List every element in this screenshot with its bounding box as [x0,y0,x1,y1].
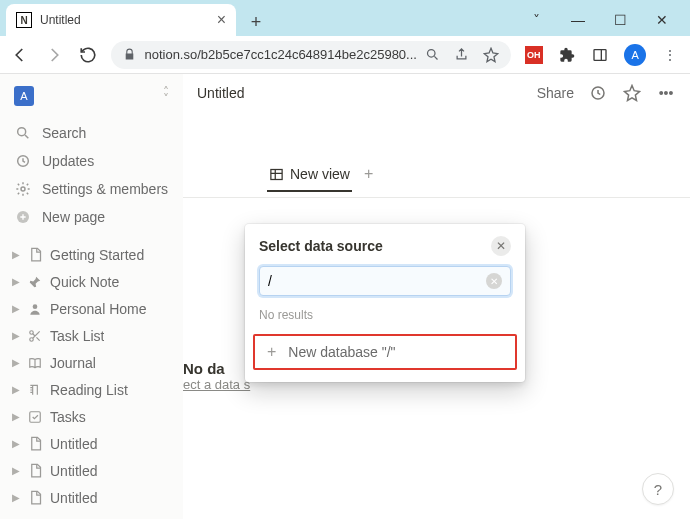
address-bar[interactable]: notion.so/b2b5ce7cc1c24c648914be2c25980.… [111,41,511,69]
book-icon [28,356,46,370]
minimize-button[interactable]: — [568,12,588,28]
search-input[interactable] [268,273,486,289]
database-tabs: New view + [267,162,690,192]
sidebar-settings[interactable]: Settings & members [4,175,179,202]
topbar: Untitled Share ••• [183,74,690,112]
side-panel-icon[interactable] [591,45,611,65]
document-icon [28,247,46,262]
chevron-right-icon[interactable]: ▶ [8,303,24,314]
reload-button[interactable] [78,45,98,65]
new-database-button[interactable]: + New database "/" [253,334,517,370]
search-in-page-icon[interactable] [425,47,440,62]
url-text: notion.so/b2b5ce7cc1c24c648914be2c25980.… [144,47,417,62]
check-icon [28,410,46,424]
no-results-text: No results [245,296,525,330]
star-icon[interactable] [622,84,642,102]
menu-icon[interactable]: ⋮ [660,45,680,65]
profile-avatar[interactable]: A [624,44,646,66]
chevron-right-icon[interactable]: ▶ [8,465,24,476]
svg-rect-1 [594,49,606,60]
breadcrumb[interactable]: Untitled [197,85,244,101]
sidebar-label: Search [42,125,86,141]
clear-input-icon[interactable]: ✕ [486,273,502,289]
page-label: Personal Home [50,301,147,317]
table-icon [269,167,284,182]
add-view-button[interactable]: + [364,165,373,189]
svg-point-2 [18,127,26,135]
page-label: Getting Started [50,247,144,263]
share-button[interactable]: Share [537,85,574,101]
scissors-icon [28,329,46,343]
chevron-right-icon[interactable]: ▶ [8,249,24,260]
sidebar-label: Settings & members [42,181,168,197]
chevron-updown-icon: ˄˅ [163,89,169,103]
close-window-button[interactable]: ✕ [652,12,672,28]
view-tab-new[interactable]: New view [267,162,352,192]
search-icon [14,125,32,141]
sidebar-label: New page [42,209,105,225]
help-button[interactable]: ? [642,473,674,505]
document-icon [28,436,46,451]
sidebar-page-item[interactable]: ▶Journal [4,349,179,376]
new-tab-button[interactable]: + [242,8,270,36]
main-content: Untitled Share ••• New view + No da ect … [183,74,690,519]
more-icon[interactable]: ••• [656,85,676,101]
popover-title: Select data source [259,238,383,254]
share-url-icon[interactable] [454,47,469,62]
tab-title: Untitled [40,13,209,27]
page-label: Tasks [50,409,86,425]
sidebar-page-item[interactable]: ▶Untitled [4,430,179,457]
window-controls: ˅ — ☐ ✕ [526,12,690,36]
chevron-right-icon[interactable]: ▶ [8,438,24,449]
svg-point-7 [30,330,34,334]
close-icon[interactable]: ✕ [491,236,511,256]
person-icon [28,302,46,316]
sidebar-new-page[interactable]: New page [4,203,179,230]
chevron-right-icon[interactable]: ▶ [8,492,24,503]
sidebar-search[interactable]: Search [4,119,179,146]
window-titlebar: N Untitled × + ˅ — ☐ ✕ [0,0,690,36]
plus-circle-icon [14,209,32,225]
chevron-right-icon[interactable]: ▶ [8,330,24,341]
browser-toolbar: notion.so/b2b5ce7cc1c24c648914be2c25980.… [0,36,690,74]
gear-icon [14,181,32,197]
sidebar-page-item[interactable]: ▶Untitled [4,457,179,484]
clock-icon[interactable] [588,84,608,102]
page-label: Untitled [50,490,97,506]
sidebar-page-item[interactable]: ▶Tasks [4,403,179,430]
data-source-search[interactable]: ✕ [259,266,511,296]
page-label: Journal [50,355,96,371]
sidebar-label: Updates [42,153,94,169]
clock-icon [14,153,32,169]
extension-badge[interactable]: OH [525,46,543,64]
maximize-button[interactable]: ☐ [610,12,630,28]
sidebar-updates[interactable]: Updates [4,147,179,174]
svg-rect-9 [30,411,41,422]
no-data-text: No da [183,360,250,377]
sidebar-page-item[interactable]: ▶Quick Note [4,268,179,295]
page-label: Untitled [50,436,97,452]
svg-point-6 [33,304,38,309]
page-label: Reading List [50,382,128,398]
sidebar-page-item[interactable]: ▶Task List [4,322,179,349]
sidebar-page-item[interactable]: ▶Reading List [4,376,179,403]
bookmark-star-icon[interactable] [483,47,499,63]
chevron-down-icon[interactable]: ˅ [526,12,546,28]
svg-point-4 [21,187,25,191]
select-hint-text: ect a data s [183,377,250,392]
chevron-right-icon[interactable]: ▶ [8,411,24,422]
sidebar-page-item[interactable]: ▶Untitled [4,484,179,511]
extensions-icon[interactable] [557,45,577,65]
forward-button[interactable] [44,45,64,65]
back-button[interactable] [10,45,30,65]
browser-tab[interactable]: N Untitled × [6,4,236,36]
workspace-switcher[interactable]: A ˄˅ [4,82,179,118]
chevron-right-icon[interactable]: ▶ [8,384,24,395]
chevron-right-icon[interactable]: ▶ [8,357,24,368]
sidebar-page-item[interactable]: ▶Personal Home [4,295,179,322]
sidebar-page-item[interactable]: ▶Getting Started [4,241,179,268]
data-source-popover: Select data source ✕ ✕ No results + New … [245,224,525,382]
close-tab-icon[interactable]: × [217,11,226,29]
view-tab-label: New view [290,166,350,182]
chevron-right-icon[interactable]: ▶ [8,276,24,287]
